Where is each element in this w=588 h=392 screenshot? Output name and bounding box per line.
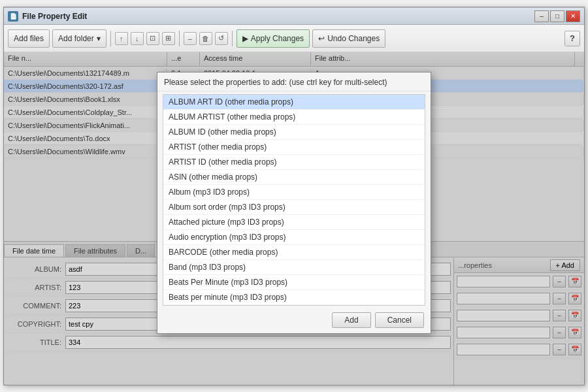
- toolbar: Add files Add folder ▾ ↑ ↓ ⊡ ⊞ – 🗑 ↺ ▶ A…: [4, 25, 584, 52]
- remove-button[interactable]: –: [184, 32, 197, 45]
- maximize-button[interactable]: □: [550, 10, 564, 22]
- modal-list-item[interactable]: Beats Per Minute (mp3 ID3 props): [163, 275, 425, 290]
- modal-list-item[interactable]: ALBUM ID (other media props): [163, 125, 425, 140]
- window-title: File Property Edit: [22, 12, 534, 21]
- modal-list-item[interactable]: ALBUM ARTIST (other media props): [163, 110, 425, 125]
- toolbar-separator-1: [110, 31, 111, 46]
- modal-footer: Add Cancel: [157, 308, 431, 333]
- apply-changes-label: Apply Changes: [251, 34, 304, 43]
- modal-list-item[interactable]: BARCODE (other media props): [163, 245, 425, 260]
- modal-list-item[interactable]: Album (mp3 ID3 props): [163, 185, 425, 200]
- main-content: File n... ...e Access time File attrib..…: [4, 52, 584, 385]
- modal-list-item[interactable]: ARTIST (other media props): [163, 140, 425, 155]
- main-window: 📄 File Property Edit – □ ✕ Add files Add…: [3, 7, 585, 385]
- modal-add-button[interactable]: Add: [332, 312, 370, 328]
- modal-list-item[interactable]: Beats per minute (mp3 ID3 props): [163, 290, 425, 305]
- titlebar: 📄 File Property Edit – □ ✕: [4, 8, 584, 25]
- modal-list-item[interactable]: ASIN (other media props): [163, 170, 425, 185]
- select-all-button[interactable]: ⊡: [146, 32, 159, 45]
- modal-cancel-button[interactable]: Cancel: [375, 312, 424, 328]
- move-up-button[interactable]: ↑: [115, 32, 128, 45]
- undo-changes-button[interactable]: ↩ Undo Changes: [312, 29, 385, 48]
- refresh-button[interactable]: ↺: [215, 32, 228, 45]
- apply-changes-button[interactable]: ▶ Apply Changes: [237, 29, 310, 48]
- move-down-button[interactable]: ↓: [131, 32, 144, 45]
- deselect-button[interactable]: ⊞: [162, 32, 175, 45]
- window-controls: – □ ✕: [534, 10, 580, 22]
- toolbar-separator-3: [232, 31, 233, 46]
- undo-icon: ↩: [318, 34, 325, 43]
- property-select-modal: Please select the properties to add: (us…: [157, 72, 431, 334]
- modal-prompt: Please select the properties to add: (us…: [157, 73, 431, 91]
- modal-list-item[interactable]: ARTIST ID (other media props): [163, 155, 425, 170]
- modal-list-item[interactable]: Attached picture (mp3 ID3 props): [163, 215, 425, 230]
- add-folder-label: Add folder: [58, 34, 94, 43]
- add-files-label: Add files: [14, 34, 44, 43]
- app-icon: 📄: [8, 11, 18, 22]
- close-button[interactable]: ✕: [566, 10, 580, 22]
- modal-list-item[interactable]: Band (mp3 ID3 props): [163, 260, 425, 275]
- modal-list-item[interactable]: ALBUM ART ID (other media props): [163, 95, 425, 110]
- apply-icon: ▶: [242, 34, 248, 43]
- minimize-button[interactable]: –: [534, 10, 549, 22]
- help-button[interactable]: ?: [564, 31, 580, 46]
- modal-overlay: Please select the properties to add: (us…: [4, 52, 584, 385]
- modal-list-item[interactable]: Album sort order (mp3 ID3 props): [163, 200, 425, 215]
- modal-list[interactable]: ALBUM ART ID (other media props)ALBUM AR…: [163, 94, 425, 306]
- add-folder-button[interactable]: Add folder ▾: [52, 29, 106, 48]
- delete-button[interactable]: 🗑: [199, 32, 212, 45]
- modal-list-item[interactable]: Audio encryption (mp3 ID3 props): [163, 230, 425, 245]
- toolbar-separator-2: [179, 31, 180, 46]
- dropdown-arrow-icon: ▾: [97, 34, 101, 43]
- undo-changes-label: Undo Changes: [327, 34, 380, 43]
- add-files-button[interactable]: Add files: [8, 29, 50, 48]
